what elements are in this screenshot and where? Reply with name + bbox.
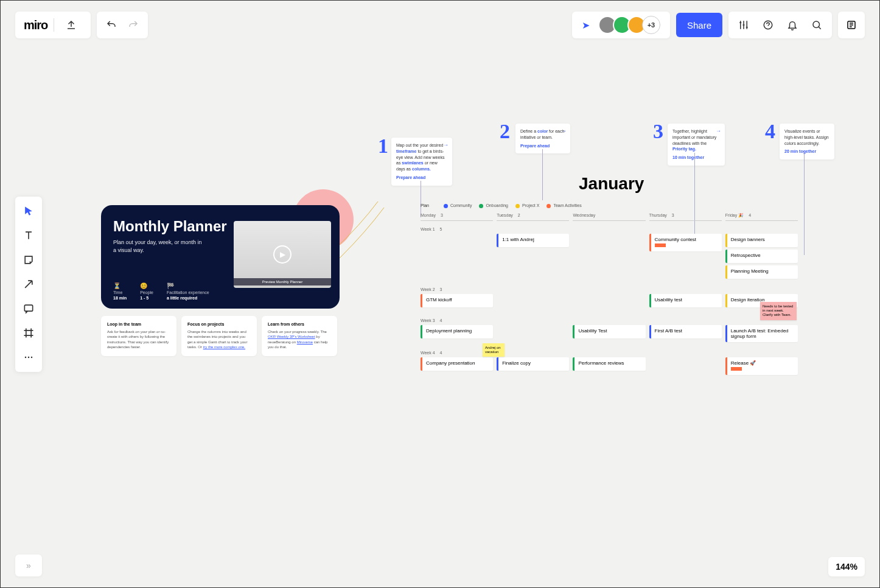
event-card[interactable]: Performance reviews bbox=[573, 357, 645, 371]
legend: Plan CommunityOnboardingProject XTeam Ac… bbox=[421, 203, 798, 208]
help-icon[interactable] bbox=[756, 12, 780, 38]
svg-rect-3 bbox=[24, 305, 32, 311]
share-button[interactable]: Share bbox=[676, 13, 722, 37]
event-card[interactable]: Launch A/B test: Embeded signup form bbox=[725, 325, 798, 342]
text-tool-icon[interactable] bbox=[15, 223, 42, 248]
calendar-cell[interactable]: Launch A/B test: Embeded signup form bbox=[725, 325, 798, 345]
week-label: Week 44 bbox=[421, 351, 798, 355]
video-thumbnail[interactable]: ▶ Preview Monthly Planner bbox=[234, 221, 331, 288]
history-box bbox=[97, 12, 148, 38]
more-tools-icon[interactable] bbox=[15, 345, 42, 369]
event-card[interactable]: First A/B test bbox=[649, 325, 722, 338]
calendar[interactable]: January Plan CommunityOnboardingProject … bbox=[421, 174, 798, 377]
calendar-cell[interactable] bbox=[421, 234, 493, 281]
comment-tool-icon[interactable] bbox=[15, 296, 42, 321]
calendar-cell[interactable]: Release 🚀 bbox=[725, 357, 798, 377]
event-card[interactable]: Deployment planning bbox=[421, 325, 493, 338]
tip-card[interactable]: Learn from others Check on your progress… bbox=[262, 316, 337, 356]
event-card[interactable]: Community contest bbox=[649, 234, 722, 251]
calendar-cell[interactable]: Deployment planning bbox=[421, 325, 493, 345]
sticky-note-pink[interactable]: Needs to be tested in next week. Clarify… bbox=[760, 302, 797, 320]
intro-card[interactable]: Monthly Planner Plan out your day, week,… bbox=[101, 205, 340, 309]
settings-icon[interactable] bbox=[732, 12, 755, 38]
search-icon[interactable] bbox=[805, 12, 828, 38]
event-card[interactable]: 1:1 with Andrej bbox=[497, 234, 569, 247]
hint-bubble-4[interactable]: Visualize events or high-level tasks. As… bbox=[780, 124, 834, 159]
collab-box: ➤ +3 bbox=[572, 12, 670, 38]
arrow-icon: → bbox=[561, 127, 567, 135]
calendar-cell[interactable]: 1:1 with Andrej bbox=[497, 234, 569, 281]
calendar-cell[interactable]: Company presentation bbox=[421, 357, 493, 377]
calendar-row: GTM kickoffUsability testDesign iteratio… bbox=[421, 294, 798, 312]
calendar-cell[interactable] bbox=[573, 234, 645, 281]
app-logo[interactable]: miro bbox=[24, 18, 47, 32]
arrow-icon: → bbox=[443, 141, 449, 149]
hint-number-3: 3 bbox=[653, 120, 663, 143]
tip-card[interactable]: Focus on projects Change the columns int… bbox=[181, 316, 257, 356]
calendar-cell[interactable]: GTM kickoff bbox=[421, 294, 493, 312]
event-card[interactable]: GTM kickoff bbox=[421, 294, 493, 307]
tip-link[interactable]: try the more complex one. bbox=[203, 345, 245, 349]
calendar-cell[interactable] bbox=[497, 325, 569, 345]
expand-panel-icon[interactable]: » bbox=[15, 555, 42, 576]
upload-icon[interactable] bbox=[60, 12, 82, 38]
utility-icons bbox=[728, 12, 832, 38]
event-card[interactable]: Release 🚀 bbox=[725, 357, 798, 375]
sticky-tool-icon[interactable] bbox=[15, 248, 42, 272]
calendar-cell[interactable]: Performance reviews bbox=[573, 357, 645, 377]
event-card[interactable]: Usability test bbox=[649, 294, 722, 307]
calendar-row: 1:1 with AndrejCommunity contestDesign b… bbox=[421, 234, 798, 281]
hint-bubble-3[interactable]: → Together, highlight important or manda… bbox=[668, 124, 725, 166]
event-card[interactable]: Retrospective bbox=[725, 250, 798, 263]
hint-number-1: 1 bbox=[378, 135, 388, 158]
calendar-cell[interactable]: Finalize copy bbox=[497, 357, 569, 377]
week-label: Week 34 bbox=[421, 318, 798, 323]
bell-icon[interactable] bbox=[781, 12, 804, 38]
calendar-cell[interactable]: Usability Test bbox=[573, 325, 645, 345]
day-header: Tuesday2 bbox=[497, 213, 569, 221]
tip-link[interactable]: OKR Weekly 3P's Worksheet bbox=[268, 335, 315, 338]
svg-point-5 bbox=[28, 357, 30, 359]
legend-item: Team Activities bbox=[547, 203, 581, 208]
event-card[interactable]: Usability Test bbox=[573, 325, 645, 338]
calendar-cell[interactable]: Design bannersRetrospectivePlanning Meet… bbox=[725, 234, 798, 281]
cursor-icon[interactable]: ➤ bbox=[577, 19, 595, 31]
play-icon[interactable]: ▶ bbox=[273, 245, 292, 264]
tip-card[interactable]: Loop in the team Ask for feedback on you… bbox=[101, 316, 176, 356]
connector-line bbox=[804, 152, 805, 255]
event-card[interactable]: Company presentation bbox=[421, 357, 493, 371]
sticky-note-yellow[interactable]: Andrej on vacation bbox=[483, 343, 505, 357]
hint-number-4: 4 bbox=[765, 120, 775, 143]
calendar-cell[interactable]: Usability test bbox=[649, 294, 722, 312]
select-tool-icon[interactable] bbox=[15, 199, 42, 223]
avatar-stack[interactable]: +3 bbox=[597, 16, 665, 34]
hint-number-2: 2 bbox=[500, 120, 510, 143]
frame-tool-icon[interactable] bbox=[15, 321, 42, 345]
calendar-cell[interactable]: First A/B test bbox=[649, 325, 722, 345]
tip-link[interactable]: Miroverse bbox=[297, 340, 313, 344]
arrow-tool-icon[interactable] bbox=[15, 272, 42, 296]
event-card[interactable]: Design banners bbox=[725, 234, 798, 247]
calendar-row: Company presentationFinalize copyPerform… bbox=[421, 357, 798, 377]
legend-item: Project X bbox=[515, 203, 539, 208]
calendar-cell[interactable] bbox=[573, 294, 645, 312]
calendar-cell[interactable] bbox=[649, 357, 722, 377]
activity-icon[interactable] bbox=[838, 12, 865, 38]
event-card[interactable]: Planning Meeting bbox=[725, 265, 798, 279]
undo-icon[interactable] bbox=[100, 12, 122, 38]
flag-icon: 🏁 bbox=[167, 282, 209, 289]
zoom-level[interactable]: 144% bbox=[828, 557, 865, 576]
calendar-header: Monday3Tuesday2WednesdayThursday3Friday … bbox=[421, 213, 798, 221]
calendar-cell[interactable] bbox=[497, 294, 569, 312]
calendar-cell[interactable]: Community contest bbox=[649, 234, 722, 281]
day-header: Friday 🎉4 bbox=[725, 213, 798, 221]
legend-item: Onboarding bbox=[479, 203, 508, 208]
tips-row: Loop in the team Ask for feedback on you… bbox=[101, 316, 337, 356]
logo-box: miro bbox=[15, 12, 91, 38]
event-card[interactable]: Finalize copy bbox=[497, 357, 569, 371]
day-header: Wednesday bbox=[573, 213, 645, 221]
priority-tag bbox=[655, 243, 666, 247]
hint-bubble-2[interactable]: → Define a color for each initiative or … bbox=[515, 124, 570, 153]
redo-icon[interactable] bbox=[122, 12, 144, 38]
avatar-more[interactable]: +3 bbox=[642, 16, 660, 34]
